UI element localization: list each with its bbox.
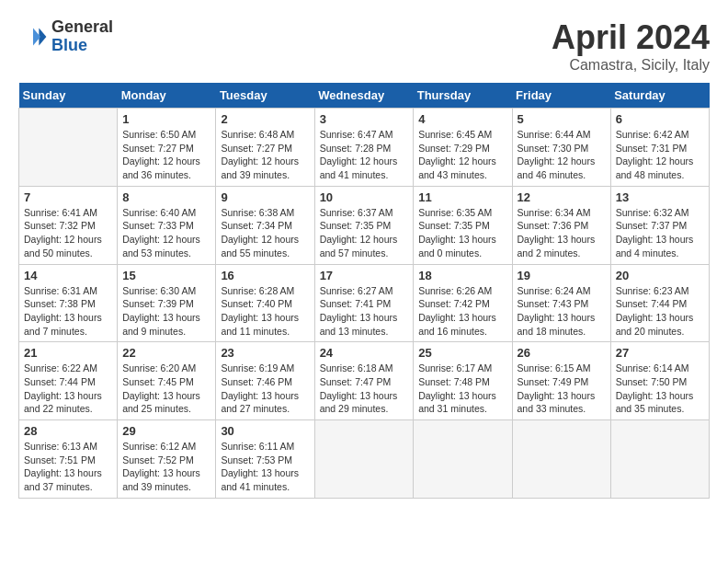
day-info: Sunrise: 6:12 AMSunset: 7:52 PMDaylight:… [122, 440, 210, 494]
day-info: Sunrise: 6:48 AMSunset: 7:27 PMDaylight:… [221, 128, 309, 182]
month-title: April 2024 [552, 18, 710, 57]
day-info: Sunrise: 6:22 AMSunset: 7:44 PMDaylight:… [24, 362, 112, 416]
day-info: Sunrise: 6:20 AMSunset: 7:45 PMDaylight:… [122, 362, 210, 416]
day-of-week-header: Tuesday [216, 83, 314, 109]
day-of-week-header: Wednesday [314, 83, 414, 109]
calendar-day-cell: 14Sunrise: 6:31 AMSunset: 7:38 PMDayligh… [19, 264, 118, 342]
day-number: 4 [418, 112, 506, 126]
calendar-day-cell: 8Sunrise: 6:40 AMSunset: 7:33 PMDaylight… [118, 186, 216, 264]
day-number: 14 [24, 269, 112, 282]
day-of-week-header: Sunday [19, 83, 118, 109]
day-number: 19 [518, 269, 606, 282]
calendar-day-cell: 21Sunrise: 6:22 AMSunset: 7:44 PMDayligh… [19, 342, 118, 420]
day-number: 15 [122, 269, 210, 282]
calendar-day-cell: 6Sunrise: 6:42 AMSunset: 7:31 PMDaylight… [610, 109, 709, 187]
location-subtitle: Camastra, Sicily, Italy [552, 57, 710, 74]
day-info: Sunrise: 6:28 AMSunset: 7:40 PMDaylight:… [221, 284, 309, 339]
day-number: 24 [320, 346, 409, 360]
calendar-week-row: 21Sunrise: 6:22 AMSunset: 7:44 PMDayligh… [19, 342, 710, 420]
day-of-week-header: Thursday [414, 83, 512, 109]
day-info: Sunrise: 6:35 AMSunset: 7:35 PMDaylight:… [418, 206, 506, 260]
day-number: 5 [518, 112, 606, 126]
day-number: 1 [122, 112, 210, 126]
calendar-day-cell [414, 420, 512, 499]
day-info: Sunrise: 6:44 AMSunset: 7:30 PMDaylight:… [518, 128, 606, 182]
day-number: 10 [320, 190, 409, 204]
day-number: 22 [122, 346, 210, 360]
calendar-day-cell: 4Sunrise: 6:45 AMSunset: 7:29 PMDaylight… [414, 109, 512, 187]
day-number: 9 [221, 190, 309, 204]
calendar-day-cell: 29Sunrise: 6:12 AMSunset: 7:52 PMDayligh… [118, 420, 216, 499]
day-info: Sunrise: 6:23 AMSunset: 7:44 PMDaylight:… [616, 284, 704, 339]
calendar-day-cell: 11Sunrise: 6:35 AMSunset: 7:35 PMDayligh… [414, 186, 512, 264]
day-info: Sunrise: 6:34 AMSunset: 7:36 PMDaylight:… [518, 206, 606, 260]
day-info: Sunrise: 6:30 AMSunset: 7:39 PMDaylight:… [122, 284, 210, 339]
logo-text: General Blue [51, 18, 113, 55]
calendar-day-cell: 23Sunrise: 6:19 AMSunset: 7:46 PMDayligh… [216, 342, 314, 420]
title-area: April 2024 Camastra, Sicily, Italy [552, 18, 710, 74]
calendar-week-row: 28Sunrise: 6:13 AMSunset: 7:51 PMDayligh… [19, 420, 710, 499]
day-number: 2 [221, 112, 309, 126]
day-info: Sunrise: 6:41 AMSunset: 7:32 PMDaylight:… [24, 206, 112, 260]
day-number: 16 [221, 269, 309, 282]
day-info: Sunrise: 6:42 AMSunset: 7:31 PMDaylight:… [616, 128, 704, 182]
calendar-day-cell: 10Sunrise: 6:37 AMSunset: 7:35 PMDayligh… [314, 186, 414, 264]
calendar-day-cell: 24Sunrise: 6:18 AMSunset: 7:47 PMDayligh… [314, 342, 414, 420]
day-number: 11 [418, 190, 506, 204]
day-number: 30 [221, 424, 309, 438]
day-number: 13 [616, 190, 704, 204]
calendar-day-cell: 5Sunrise: 6:44 AMSunset: 7:30 PMDaylight… [512, 109, 610, 187]
calendar-day-cell [314, 420, 414, 499]
calendar-day-cell: 30Sunrise: 6:11 AMSunset: 7:53 PMDayligh… [216, 420, 314, 499]
calendar-day-cell: 19Sunrise: 6:24 AMSunset: 7:43 PMDayligh… [512, 264, 610, 342]
day-number: 8 [122, 190, 210, 204]
day-number: 3 [320, 112, 409, 126]
calendar-week-row: 14Sunrise: 6:31 AMSunset: 7:38 PMDayligh… [19, 264, 710, 342]
logo: General Blue [18, 18, 113, 55]
day-info: Sunrise: 6:26 AMSunset: 7:42 PMDaylight:… [418, 284, 506, 339]
day-number: 7 [24, 190, 112, 204]
calendar-day-cell [19, 109, 118, 187]
day-info: Sunrise: 6:47 AMSunset: 7:28 PMDaylight:… [320, 128, 409, 182]
day-info: Sunrise: 6:45 AMSunset: 7:29 PMDaylight:… [418, 128, 506, 182]
day-number: 27 [616, 346, 704, 360]
day-of-week-header: Monday [118, 83, 216, 109]
day-number: 26 [518, 346, 606, 360]
day-number: 18 [418, 269, 506, 282]
day-info: Sunrise: 6:31 AMSunset: 7:38 PMDaylight:… [24, 284, 112, 339]
calendar-day-cell: 18Sunrise: 6:26 AMSunset: 7:42 PMDayligh… [414, 264, 512, 342]
day-number: 28 [24, 424, 112, 438]
day-of-week-header: Friday [512, 83, 610, 109]
calendar-day-cell: 9Sunrise: 6:38 AMSunset: 7:34 PMDaylight… [216, 186, 314, 264]
day-info: Sunrise: 6:40 AMSunset: 7:33 PMDaylight:… [122, 206, 210, 260]
day-info: Sunrise: 6:17 AMSunset: 7:48 PMDaylight:… [418, 362, 506, 416]
day-info: Sunrise: 6:32 AMSunset: 7:37 PMDaylight:… [616, 206, 704, 260]
calendar-day-cell: 13Sunrise: 6:32 AMSunset: 7:37 PMDayligh… [610, 186, 709, 264]
calendar-day-cell: 26Sunrise: 6:15 AMSunset: 7:49 PMDayligh… [512, 342, 610, 420]
calendar-day-cell: 1Sunrise: 6:50 AMSunset: 7:27 PMDaylight… [118, 109, 216, 187]
calendar-day-cell: 25Sunrise: 6:17 AMSunset: 7:48 PMDayligh… [414, 342, 512, 420]
calendar-table: SundayMondayTuesdayWednesdayThursdayFrid… [18, 83, 710, 499]
day-info: Sunrise: 6:11 AMSunset: 7:53 PMDaylight:… [221, 440, 309, 494]
logo-icon [18, 22, 48, 52]
header-row: SundayMondayTuesdayWednesdayThursdayFrid… [19, 83, 710, 109]
day-info: Sunrise: 6:13 AMSunset: 7:51 PMDaylight:… [24, 440, 112, 494]
day-number: 21 [24, 346, 112, 360]
day-info: Sunrise: 6:38 AMSunset: 7:34 PMDaylight:… [221, 206, 309, 260]
day-info: Sunrise: 6:50 AMSunset: 7:27 PMDaylight:… [122, 128, 210, 182]
calendar-week-row: 1Sunrise: 6:50 AMSunset: 7:27 PMDaylight… [19, 109, 710, 187]
calendar-day-cell: 12Sunrise: 6:34 AMSunset: 7:36 PMDayligh… [512, 186, 610, 264]
calendar-day-cell: 7Sunrise: 6:41 AMSunset: 7:32 PMDaylight… [19, 186, 118, 264]
calendar-day-cell: 2Sunrise: 6:48 AMSunset: 7:27 PMDaylight… [216, 109, 314, 187]
calendar-day-cell: 15Sunrise: 6:30 AMSunset: 7:39 PMDayligh… [118, 264, 216, 342]
day-info: Sunrise: 6:27 AMSunset: 7:41 PMDaylight:… [320, 284, 409, 339]
day-info: Sunrise: 6:14 AMSunset: 7:50 PMDaylight:… [616, 362, 704, 416]
day-info: Sunrise: 6:18 AMSunset: 7:47 PMDaylight:… [320, 362, 409, 416]
calendar-day-cell [512, 420, 610, 499]
calendar-day-cell: 28Sunrise: 6:13 AMSunset: 7:51 PMDayligh… [19, 420, 118, 499]
day-number: 12 [518, 190, 606, 204]
day-info: Sunrise: 6:37 AMSunset: 7:35 PMDaylight:… [320, 206, 409, 260]
day-number: 20 [616, 269, 704, 282]
calendar-day-cell: 17Sunrise: 6:27 AMSunset: 7:41 PMDayligh… [314, 264, 414, 342]
calendar-day-cell: 3Sunrise: 6:47 AMSunset: 7:28 PMDaylight… [314, 109, 414, 187]
